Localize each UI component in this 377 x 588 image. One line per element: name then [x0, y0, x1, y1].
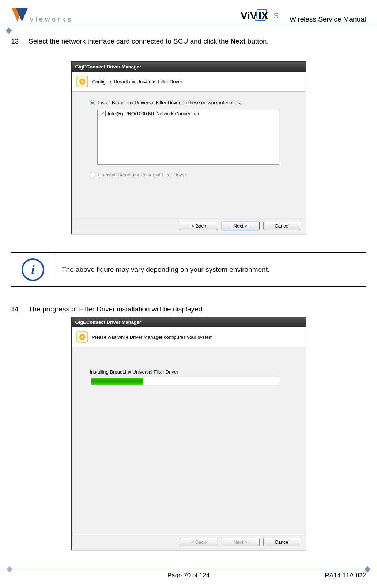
dialog-titlebar: GigEConnect Driver Manager — [72, 62, 306, 72]
dialog-header-text: Please wait while Driver Manager configu… — [92, 334, 213, 340]
radio-uninstall[interactable]: Uninstall BroadLinx Universal Filter Dri… — [90, 172, 295, 177]
network-interfaces-listbox[interactable]: ✓ Intel(R) PRO/1000 MT Network Connectio… — [97, 109, 279, 165]
step-number: 14 — [11, 305, 22, 313]
vieworks-logo: vieworks — [11, 7, 73, 23]
checkbox-icon[interactable]: ✓ — [100, 111, 106, 116]
dialog-header: Please wait while Driver Manager configu… — [72, 327, 306, 347]
step-13: 13 Select the network interface card con… — [11, 37, 366, 45]
cancel-button[interactable]: Cancel — [263, 538, 301, 546]
step-14: 14 The progress of Filter Driver install… — [11, 305, 366, 313]
list-item[interactable]: ✓ Intel(R) PRO/1000 MT Network Connectio… — [98, 109, 279, 117]
radio-uninstall-label: Uninstall BroadLinx Universal Filter Dri… — [98, 172, 186, 177]
radio-icon — [90, 172, 95, 177]
next-button[interactable]: Next > — [222, 222, 260, 230]
step-text-before: Select the network interface card connec… — [29, 37, 230, 45]
next-button: Next > — [222, 538, 260, 546]
svg-text:-S: -S — [271, 11, 279, 20]
back-button[interactable]: < Back — [180, 222, 218, 230]
progress-bar — [90, 377, 279, 385]
step-number: 13 — [11, 37, 22, 45]
svg-point-9 — [81, 336, 83, 338]
progress-bar-fill — [91, 378, 143, 385]
radio-icon — [90, 100, 95, 105]
dialog-header-text: Configure BroadLinx Universal Filter Dri… — [92, 79, 182, 85]
footer-diamond-icon — [365, 566, 371, 573]
note-box: i The above figure may vary depending on… — [11, 252, 366, 287]
step-text-after: button. — [246, 37, 269, 45]
svg-text:ViV: ViV — [241, 10, 257, 21]
step-text: Select the network interface card connec… — [29, 37, 269, 45]
manual-title: Wireless Service Manual — [290, 15, 366, 23]
cancel-button[interactable]: Cancel — [263, 222, 301, 230]
dialog-footer: < Back Next > Cancel — [72, 218, 306, 234]
gear-shield-icon — [76, 331, 88, 343]
note-text: The above figure may vary depending on y… — [55, 253, 366, 286]
step-text-bold: Next — [230, 37, 245, 45]
footer-diamond-icon — [7, 566, 13, 573]
info-icon: i — [22, 258, 44, 281]
dialog-footer: < Back Next > Cancel — [72, 534, 306, 550]
vieworks-mark-icon — [11, 7, 29, 23]
radio-install-label: Install BroadLinx Universal Filter Drive… — [98, 100, 241, 105]
dialog-driver-manager-2: GigEConnect Driver Manager Please wait w… — [71, 317, 306, 550]
gear-shield-icon — [76, 75, 88, 88]
radio-install[interactable]: Install BroadLinx Universal Filter Drive… — [90, 100, 295, 105]
step-text: The progress of Filter Driver installati… — [29, 305, 204, 313]
svg-point-6 — [81, 80, 83, 83]
dialog-header: Configure BroadLinx Universal Filter Dri… — [72, 72, 306, 92]
dialog-driver-manager-1: GigEConnect Driver Manager Configure Bro… — [71, 61, 306, 234]
page-header: vieworks ViV IX -S Wireless Service Manu… — [0, 0, 377, 26]
back-button: < Back — [180, 538, 218, 546]
list-item-label: Intel(R) PRO/1000 MT Network Connection — [108, 111, 199, 116]
page-footer: Page 70 of 124 RA14-11A-022 — [0, 569, 377, 579]
vivix-logo: ViV IX -S — [241, 8, 284, 23]
svg-text:IX: IX — [259, 10, 268, 21]
document-id: RA14-11A-022 — [325, 572, 366, 579]
progress-label: Installing BroadLinx Universal Filter Dr… — [90, 369, 295, 375]
page-number: Page 70 of 124 — [167, 572, 210, 579]
vieworks-wordmark: vieworks — [30, 16, 73, 23]
dialog-titlebar: GigEConnect Driver Manager — [72, 317, 306, 327]
